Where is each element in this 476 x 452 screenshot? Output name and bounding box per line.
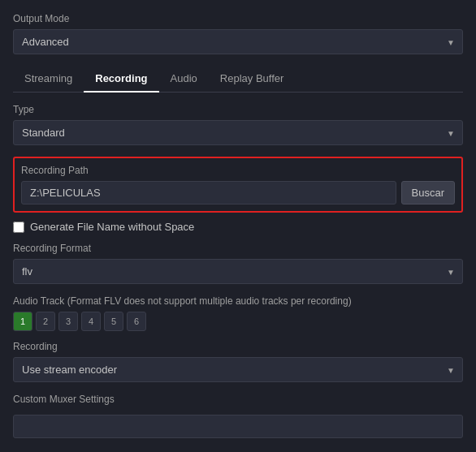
audio-track-btn-4[interactable]: 4 xyxy=(81,312,101,331)
audio-track-btn-1[interactable]: 1 xyxy=(13,312,32,331)
audio-track-buttons: 1 2 3 4 5 6 xyxy=(13,312,463,331)
recording-path-label: Recording Path xyxy=(21,165,455,176)
custom-muxer-label: Custom Muxer Settings xyxy=(13,394,463,405)
recording-path-input[interactable] xyxy=(21,181,396,204)
tab-recording[interactable]: Recording xyxy=(84,66,158,93)
output-mode-label: Output Mode xyxy=(13,13,463,24)
audio-track-btn-3[interactable]: 3 xyxy=(58,312,78,331)
type-dropdown[interactable]: Standard xyxy=(13,120,463,145)
generate-filename-row: Generate File Name without Space xyxy=(13,221,463,233)
recording-encoder-dropdown[interactable]: Use stream encoder xyxy=(13,357,463,382)
output-mode-dropdown[interactable]: Advanced xyxy=(13,29,463,54)
tab-audio[interactable]: Audio xyxy=(159,66,209,93)
recording-format-dropdown[interactable]: flv xyxy=(13,259,463,284)
tab-streaming[interactable]: Streaming xyxy=(13,66,84,93)
recording-path-row: Buscar xyxy=(21,181,455,204)
audio-track-section: Audio Track (Format FLV does not support… xyxy=(13,295,463,331)
type-label: Type xyxy=(13,104,463,115)
generate-filename-label: Generate File Name without Space xyxy=(30,221,194,233)
audio-track-btn-5[interactable]: 5 xyxy=(104,312,123,331)
generate-filename-checkbox[interactable] xyxy=(13,222,24,233)
recording-format-label: Recording Format xyxy=(13,243,463,254)
tabs-bar: Streaming Recording Audio Replay Buffer xyxy=(13,66,463,93)
output-mode-dropdown-wrapper: Advanced ▼ xyxy=(13,29,463,54)
recording-encoder-label: Recording xyxy=(13,341,463,352)
custom-muxer-input[interactable] xyxy=(13,415,463,438)
browse-button[interactable]: Buscar xyxy=(401,181,455,204)
audio-track-label: Audio Track (Format FLV does not support… xyxy=(13,295,463,307)
recording-path-section: Recording Path Buscar xyxy=(13,157,463,213)
tab-replay-buffer[interactable]: Replay Buffer xyxy=(209,66,296,93)
audio-track-btn-2[interactable]: 2 xyxy=(36,312,55,331)
type-dropdown-wrapper: Standard ▼ xyxy=(13,120,463,145)
audio-track-btn-6[interactable]: 6 xyxy=(127,312,146,331)
recording-format-dropdown-wrapper: flv ▼ xyxy=(13,259,463,284)
recording-encoder-dropdown-wrapper: Use stream encoder ▼ xyxy=(13,357,463,382)
